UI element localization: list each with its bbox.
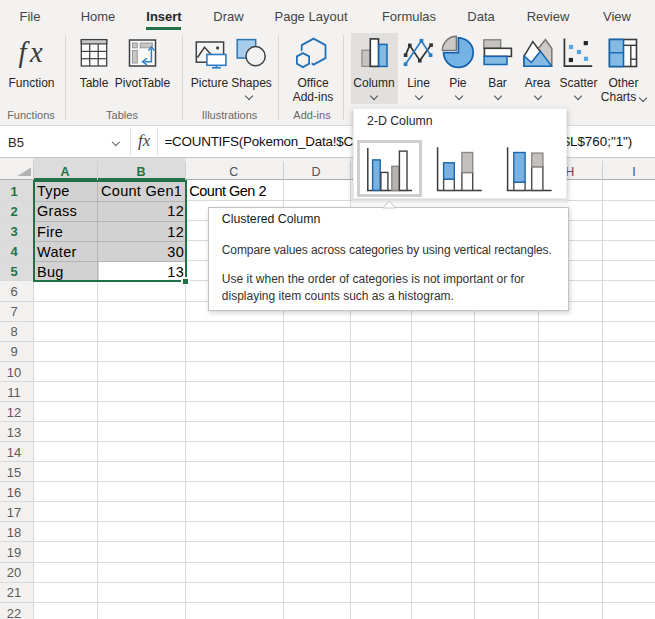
svg-text:fx: fx [19,37,47,68]
